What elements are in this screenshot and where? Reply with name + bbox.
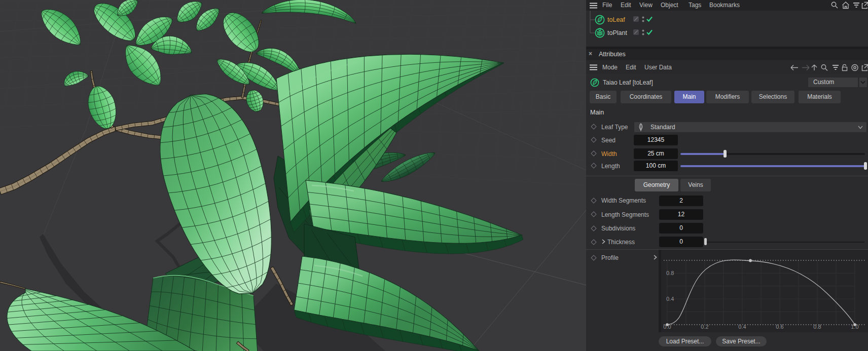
svg-text:0.6: 0.6 [776, 324, 783, 330]
svg-text:0.8: 0.8 [666, 270, 674, 276]
svg-text:1.0: 1.0 [851, 324, 858, 330]
svg-text:0.4: 0.4 [738, 324, 746, 330]
svg-text:0.8: 0.8 [813, 324, 821, 330]
svg-text:0.2: 0.2 [701, 324, 708, 330]
svg-text:0.4: 0.4 [666, 296, 674, 302]
svg-text:0.0: 0.0 [663, 324, 671, 330]
